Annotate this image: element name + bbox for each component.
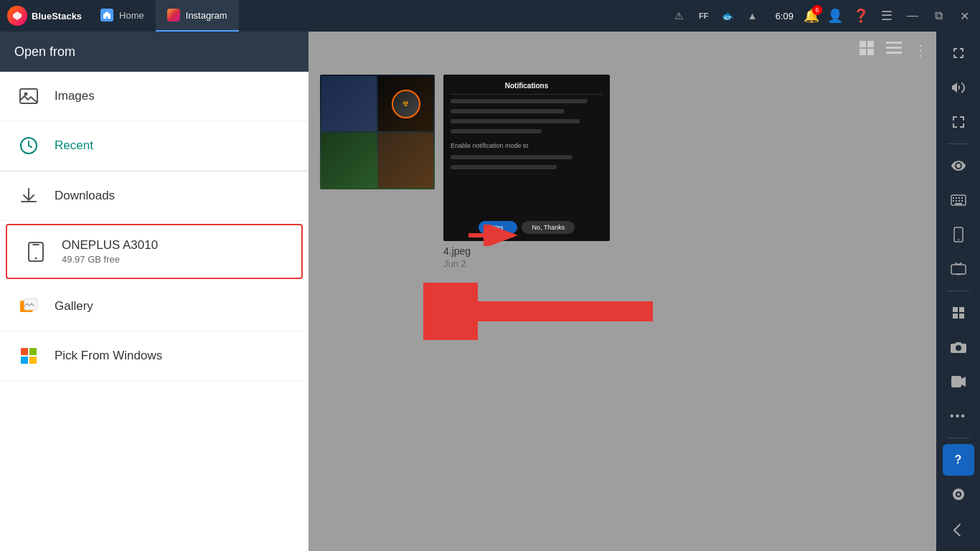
rs-camera-button[interactable] (943, 331, 974, 363)
photo-item-1[interactable]: ☢ (320, 75, 435, 269)
svg-rect-30 (955, 203, 962, 204)
svg-point-32 (958, 239, 959, 240)
main-content: Open from Images Recent (0, 32, 980, 551)
close-button[interactable]: ✕ (954, 6, 974, 26)
ff-icon[interactable]: FF (694, 6, 714, 26)
rs-more-button[interactable]: ••• (943, 400, 974, 432)
rs-divider-2 (947, 291, 970, 291)
top-bar-right: ⚠ FF 🐟 ▲ 6:09 🔔 6 👤 ❓ ☰ — ⧉ ✕ (662, 6, 980, 26)
sidebar-title: Open from (14, 44, 75, 60)
svg-rect-15 (859, 49, 866, 55)
gallery-icon (17, 295, 40, 318)
minimize-button[interactable]: — (903, 6, 923, 26)
help-icon[interactable]: ❓ (851, 6, 871, 26)
open-from-sidebar: Open from Images Recent (0, 32, 308, 551)
notification-bell[interactable]: 🔔 6 (804, 8, 819, 24)
svg-rect-25 (961, 197, 963, 199)
sidebar-item-images[interactable]: Images (0, 72, 308, 121)
images-label: Images (55, 89, 95, 103)
right-sidebar: ••• ? (936, 32, 980, 551)
restore-button[interactable]: ⧉ (928, 6, 948, 26)
svg-marker-0 (13, 11, 22, 20)
svg-rect-23 (956, 197, 957, 199)
svg-point-2 (24, 93, 28, 96)
sidebar-item-oneplus[interactable]: ONEPLUS A3010 49.97 GB free (6, 224, 303, 279)
downloads-label: Downloads (55, 189, 115, 203)
instagram-tab-icon (167, 9, 180, 22)
tab-home-label: Home (119, 10, 144, 21)
gallery-label: Gallery (55, 299, 93, 314)
rs-tv-button[interactable] (943, 253, 974, 285)
bluestacks-label: BlueStacks (32, 11, 82, 22)
rs-expand-button[interactable] (943, 37, 974, 69)
sidebar-item-pick-windows[interactable]: Pick From Windows (0, 331, 308, 381)
svg-point-6 (35, 257, 37, 259)
svg-rect-33 (951, 265, 966, 274)
images-icon (17, 85, 40, 108)
svg-rect-12 (29, 357, 37, 364)
svg-rect-18 (886, 47, 902, 49)
top-bar: BlueStacks Home Instagram ⚠ FF 🐟 ▲ 6:09 … (0, 0, 980, 32)
rs-volume-button[interactable] (943, 72, 974, 103)
photo-item-2[interactable]: Notifications Enable notification mode t… (443, 75, 610, 269)
rs-phone-button[interactable] (943, 219, 974, 250)
pick-windows-label: Pick From Windows (55, 349, 162, 363)
rs-divider-3 (947, 438, 970, 438)
triangle-icon[interactable]: ▲ (743, 6, 763, 26)
svg-rect-27 (956, 200, 957, 202)
svg-rect-26 (953, 200, 954, 202)
rs-divider-1 (947, 143, 970, 144)
sidebar-item-downloads[interactable]: Downloads (0, 171, 308, 221)
svg-rect-9 (21, 348, 28, 355)
oneplus-sublabel: 49.97 GB free (62, 254, 158, 265)
rs-back-button[interactable] (943, 513, 974, 545)
tab-instagram[interactable]: Instagram (156, 0, 239, 32)
warning-icon[interactable]: ⚠ (669, 6, 689, 26)
list-view-button[interactable] (883, 39, 905, 61)
svg-rect-13 (859, 41, 866, 47)
oneplus-label: ONEPLUS A3010 (62, 238, 158, 253)
no-thanks-button[interactable]: No, Thanks (522, 221, 575, 234)
svg-rect-11 (21, 357, 28, 364)
time-display: 6:09 (776, 11, 793, 22)
svg-rect-5 (32, 244, 39, 245)
rs-keyboard-button[interactable] (943, 184, 974, 216)
downloads-icon (17, 184, 40, 207)
rs-transform-button[interactable] (943, 297, 974, 329)
notification-count: 6 (812, 5, 822, 15)
rs-video-button[interactable] (943, 366, 974, 397)
inner-arrow (465, 225, 522, 241)
home-tab-icon (100, 9, 113, 22)
tab-home[interactable]: Home (89, 0, 156, 32)
toolbar-icons-group: ⚠ FF 🐟 ▲ (662, 6, 770, 26)
bluestacks-icon (7, 6, 27, 26)
recent-label: Recent (55, 138, 93, 153)
grid-view-button[interactable] (856, 37, 877, 62)
fish-icon[interactable]: 🐟 (718, 6, 738, 26)
sidebar-item-gallery[interactable]: Gallery (0, 282, 308, 331)
svg-rect-14 (867, 41, 874, 47)
account-icon[interactable]: 👤 (825, 6, 845, 26)
svg-rect-28 (958, 200, 960, 202)
menu-icon[interactable]: ☰ (877, 6, 897, 26)
bluestacks-logo: BlueStacks (0, 6, 89, 26)
svg-rect-17 (886, 42, 902, 44)
svg-rect-24 (958, 197, 960, 199)
svg-rect-19 (886, 52, 902, 54)
content-area: ⋮ ☢ (308, 32, 936, 551)
svg-rect-29 (961, 200, 963, 202)
rs-fullscreen-button[interactable] (943, 106, 974, 138)
rs-eye-button[interactable] (943, 150, 974, 182)
windows-icon (17, 344, 40, 367)
oneplus-info: ONEPLUS A3010 49.97 GB free (62, 238, 158, 265)
sidebar-item-recent[interactable]: Recent (0, 121, 308, 171)
rs-settings-button[interactable] (943, 479, 974, 510)
rs-question-button[interactable]: ? (943, 444, 974, 476)
content-toolbar: ⋮ (850, 32, 936, 68)
phone-icon (24, 240, 47, 263)
more-options-button[interactable]: ⋮ (910, 39, 930, 62)
photo-grid: ☢ Notifications (308, 60, 936, 319)
svg-rect-10 (29, 348, 37, 355)
svg-rect-22 (953, 197, 954, 199)
recent-icon (17, 134, 40, 157)
